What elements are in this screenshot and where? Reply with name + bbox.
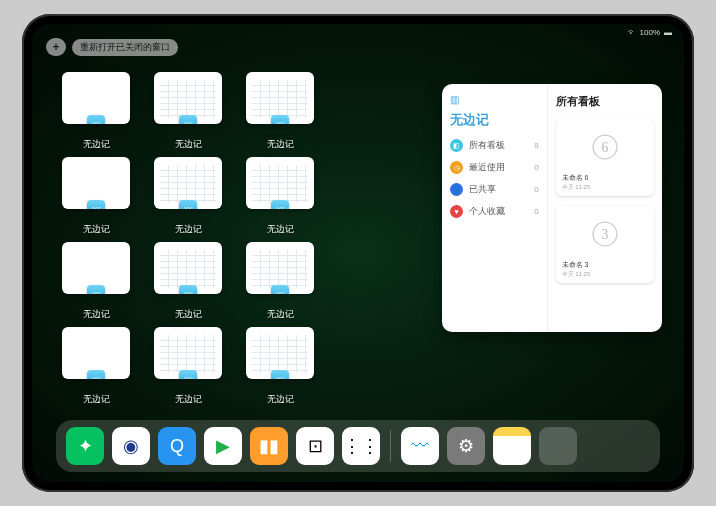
thumbnail-label: 无边记 (175, 138, 202, 151)
thumbnail-label: 无边记 (83, 308, 110, 321)
sidebar-toggle-icon[interactable]: ▥ (450, 94, 539, 105)
dock-app-settings[interactable]: ⚙ (447, 427, 485, 465)
sidebar-item-icon: 👤 (450, 183, 463, 196)
app-switcher-thumbnail[interactable]: 〰无边记 (56, 72, 136, 157)
board-thumbnail: 6 (560, 123, 650, 171)
app-switcher-thumbnail[interactable]: 〰无边记 (240, 157, 320, 242)
freeform-app-icon: 〰 (179, 285, 197, 294)
battery-icon: ▬ (664, 28, 672, 37)
status-bar: ᯤ 100% ▬ (628, 28, 672, 37)
sidebar-item[interactable]: 👤已共享0 (450, 183, 539, 196)
thumbnail-preview: 〰 (154, 157, 222, 209)
app-switcher-thumbnail[interactable]: 〰无边记 (240, 72, 320, 157)
ipad-frame: ᯤ 100% ▬ + 重新打开已关闭的窗口 〰无边记〰无边记〰无边记〰无边记〰无… (22, 14, 694, 492)
sidebar-item-icon: ♥ (450, 205, 463, 218)
thumbnail-label: 无边记 (175, 223, 202, 236)
dock-separator (390, 430, 391, 462)
thumbnail-label: 无边记 (267, 223, 294, 236)
new-window-button[interactable]: + (46, 38, 66, 56)
panel-content: 所有看板 6未命名 6今天 11:253未命名 3今天 11:25 (548, 84, 662, 332)
top-controls: + 重新打开已关闭的窗口 (46, 38, 178, 56)
thumbnail-label: 无边记 (83, 223, 110, 236)
sidebar-item-count: 0 (534, 207, 538, 216)
app-switcher-thumbnail[interactable]: 〰无边记 (240, 327, 320, 412)
freeform-app-icon: 〰 (87, 370, 105, 379)
sidebar-item[interactable]: ◷最近使用0 (450, 161, 539, 174)
thumbnail-preview: 〰 (246, 72, 314, 124)
board-meta: 未命名 3今天 11:25 (560, 258, 650, 279)
thumbnail-label: 无边记 (83, 393, 110, 406)
dock-app-notes[interactable] (493, 427, 531, 465)
thumbnail-preview: 〰 (154, 327, 222, 379)
thumbnail-label: 无边记 (83, 138, 110, 151)
freeform-app-icon: 〰 (179, 200, 197, 209)
app-switcher-thumbnail[interactable]: 〰无边记 (240, 242, 320, 327)
dock-app-qq-browser[interactable]: Q (158, 427, 196, 465)
app-switcher-thumbnail[interactable]: 〰无边记 (56, 242, 136, 327)
panel-sidebar: ▥ 无边记 ◧所有看板8◷最近使用0👤已共享0♥个人收藏0 (442, 84, 548, 332)
battery-label: 100% (640, 28, 660, 37)
freeform-app-icon: 〰 (271, 370, 289, 379)
sidebar-item-label: 个人收藏 (469, 205, 505, 218)
dock-app-books[interactable]: ▮▮ (250, 427, 288, 465)
board-card[interactable]: 6未命名 6今天 11:25 (556, 119, 654, 196)
dock-app-freeform[interactable]: 〰 (401, 427, 439, 465)
sidebar-item-count: 0 (534, 185, 538, 194)
board-meta: 未命名 6今天 11:25 (560, 171, 650, 192)
thumbnail-preview: 〰 (62, 72, 130, 124)
thumbnail-label: 无边记 (267, 138, 294, 151)
thumbnail-label: 无边记 (267, 308, 294, 321)
thumbnail-label: 无边记 (175, 393, 202, 406)
sidebar-item-count: 8 (534, 141, 538, 150)
reopen-label: 重新打开已关闭的窗口 (80, 42, 170, 52)
app-switcher-thumbnail[interactable]: 〰无边记 (148, 242, 228, 327)
svg-text:6: 6 (601, 140, 608, 155)
dock-app-dice[interactable]: ⊡ (296, 427, 334, 465)
sidebar-item-icon: ◷ (450, 161, 463, 174)
sidebar-item[interactable]: ◧所有看板8 (450, 139, 539, 152)
sidebar-item-label: 所有看板 (469, 139, 505, 152)
dock-app-wechat[interactable]: ✦ (66, 427, 104, 465)
thumbnail-preview: 〰 (154, 72, 222, 124)
sidebar-item-icon: ◧ (450, 139, 463, 152)
freeform-app-icon: 〰 (271, 115, 289, 124)
board-card[interactable]: 3未命名 3今天 11:25 (556, 206, 654, 283)
thumbnail-preview: 〰 (246, 327, 314, 379)
app-switcher-thumbnail[interactable]: 〰无边记 (148, 157, 228, 242)
freeform-app-icon: 〰 (87, 115, 105, 124)
thumbnail-label: 无边记 (175, 308, 202, 321)
thumbnail-label: 无边记 (267, 393, 294, 406)
thumbnail-preview: 〰 (154, 242, 222, 294)
dock-app-tencent-video[interactable]: ◉ (112, 427, 150, 465)
screen: ᯤ 100% ▬ + 重新打开已关闭的窗口 〰无边记〰无边记〰无边记〰无边记〰无… (32, 24, 684, 482)
thumbnail-preview: 〰 (62, 242, 130, 294)
dock-app-nodes[interactable]: ⋮⋮ (342, 427, 380, 465)
board-thumbnail: 3 (560, 210, 650, 258)
freeform-app-icon: 〰 (179, 115, 197, 124)
panel-left-title: 无边记 (450, 111, 539, 129)
svg-text:3: 3 (601, 227, 608, 242)
board-title: 未命名 6 (562, 173, 648, 183)
dock-app-play[interactable]: ▶ (204, 427, 242, 465)
thumbnail-preview: 〰 (62, 327, 130, 379)
board-time: 今天 11:25 (562, 270, 648, 279)
sidebar-item[interactable]: ♥个人收藏0 (450, 205, 539, 218)
freeform-app-icon: 〰 (271, 285, 289, 294)
reopen-closed-window-button[interactable]: 重新打开已关闭的窗口 (72, 39, 178, 56)
sidebar-item-label: 已共享 (469, 183, 496, 196)
freeform-app-icon: 〰 (271, 200, 289, 209)
thumbnail-preview: 〰 (246, 157, 314, 209)
panel-right-title: 所有看板 (556, 94, 654, 109)
freeform-panel[interactable]: ••• ▥ 无边记 ◧所有看板8◷最近使用0👤已共享0♥个人收藏0 所有看板 6… (442, 84, 662, 332)
thumbnail-preview: 〰 (246, 242, 314, 294)
sidebar-item-count: 0 (534, 163, 538, 172)
sidebar-item-label: 最近使用 (469, 161, 505, 174)
thumbnail-preview: 〰 (62, 157, 130, 209)
app-switcher-thumbnail[interactable]: 〰无边记 (56, 327, 136, 412)
app-switcher-thumbnail[interactable]: 〰无边记 (56, 157, 136, 242)
plus-icon: + (52, 40, 59, 54)
board-title: 未命名 3 (562, 260, 648, 270)
app-switcher-thumbnail[interactable]: 〰无边记 (148, 72, 228, 157)
app-switcher-thumbnail[interactable]: 〰无边记 (148, 327, 228, 412)
dock-app-library[interactable] (539, 427, 577, 465)
